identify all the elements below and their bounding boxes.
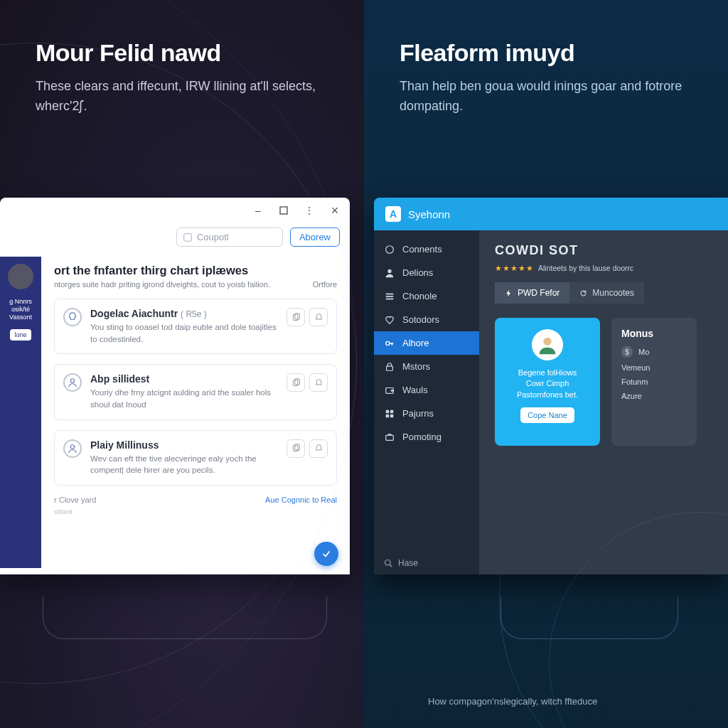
- rating-text: Alinteets by this lause doorrc: [538, 264, 633, 272]
- item-title: Plaiy Millinuss: [90, 439, 278, 451]
- svg-rect-21: [386, 410, 389, 412]
- right-caption: How compagon'nslegically, witch ffteduce: [428, 696, 597, 707]
- device-base: [500, 596, 678, 639]
- svg-rect-3: [294, 313, 299, 318]
- bell-icon[interactable]: [309, 373, 328, 392]
- bolt-icon: [505, 289, 513, 297]
- sidebar-item-label: Sotodors: [402, 314, 439, 325]
- item-title: Dogelac Aiachuntr ( R5e ): [90, 308, 278, 319]
- item-desc: Youriy dhe frny atcignt aulding arid the…: [90, 387, 278, 410]
- copy-icon[interactable]: [287, 308, 305, 326]
- section-right-link[interactable]: Ortfore: [313, 280, 337, 289]
- svg-rect-6: [294, 379, 299, 385]
- device-base: [43, 596, 327, 639]
- star-icon: ★★★★★: [495, 264, 534, 272]
- section-title: ort the fnfanter thirg chart iplæwes: [54, 264, 337, 277]
- panel-title: COWDI SOT: [495, 243, 728, 258]
- grid-icon: [384, 409, 395, 419]
- bell-icon[interactable]: [309, 308, 328, 326]
- sidebar-item-pomoting[interactable]: Pomoting: [374, 425, 479, 449]
- sidebar-search[interactable]: Нase: [374, 552, 479, 574]
- list-item[interactable]: Abp sillidestYouriy dhe frny atcignt aul…: [54, 364, 337, 419]
- sidebar-item-delions[interactable]: Delions: [374, 261, 479, 284]
- svg-rect-2: [293, 314, 298, 320]
- sidebar-item-sotodors[interactable]: Sotodors: [374, 308, 479, 331]
- tab-label: Muncootes: [592, 288, 634, 298]
- svg-point-11: [387, 269, 391, 272]
- tab-pwd-fefor[interactable]: PWD Fefor: [495, 282, 569, 304]
- more-icon[interactable]: ⋮: [303, 204, 316, 217]
- promo-card[interactable]: Begene folHiows Cowr Cimph Pastornfones …: [495, 318, 600, 446]
- promo-button[interactable]: Cope Nane: [520, 407, 574, 423]
- left-sub: These clears and iffecunt, IRW llining a…: [36, 77, 334, 117]
- close-icon[interactable]: ×: [328, 204, 341, 217]
- heart-icon: [384, 315, 395, 325]
- left-mini-sidebar: g Nnnrs osik/té Vassont lone: [0, 257, 41, 568]
- lightbulb-icon: [63, 308, 82, 326]
- app-topbar: A Syehonn: [374, 198, 728, 230]
- copy-icon[interactable]: [287, 373, 305, 392]
- sidebar-item-alhore[interactable]: Alhore: [374, 331, 479, 355]
- search-input[interactable]: Coupotl: [176, 228, 283, 247]
- wallet-icon: [384, 385, 395, 395]
- left-headline: Mour Felid nawd: [36, 39, 343, 67]
- promo-text: Begene folHiows Cowr Cimph Pastornfones …: [517, 368, 578, 400]
- sidebar-item-wauls[interactable]: Wauls: [374, 378, 479, 402]
- svg-rect-5: [293, 380, 298, 385]
- minimize-icon[interactable]: –: [252, 204, 264, 217]
- item-desc: You sting to ooasel tod daip euble and d…: [90, 321, 278, 345]
- sidebar-item-label: Alhore: [402, 338, 429, 348]
- sidebar-item-mstors[interactable]: Mstors: [374, 355, 479, 378]
- panel-tabs: PWD FeforMuncootes: [495, 282, 728, 304]
- svg-rect-13: [386, 296, 394, 297]
- cash-icon: $: [621, 346, 633, 358]
- list-item[interactable]: Plaiy MillinussWev can eft the tive alec…: [54, 430, 337, 486]
- svg-rect-25: [386, 435, 394, 440]
- promo-avatar-icon: [532, 329, 563, 360]
- person-icon: [63, 373, 82, 392]
- svg-rect-9: [294, 444, 299, 450]
- sidebar-item-label: Connents: [402, 244, 442, 255]
- mini-label: g Nnnrs osik/té Vassont: [9, 298, 32, 321]
- copy-icon[interactable]: [287, 439, 305, 458]
- lock-icon: [384, 362, 395, 372]
- sidebar-item-chonole[interactable]: Chonole: [374, 284, 479, 308]
- bell-icon[interactable]: [309, 439, 328, 458]
- list-item[interactable]: Dogelac Aiachuntr ( R5e )You sting to oo…: [54, 299, 337, 354]
- maximize-icon[interactable]: [277, 204, 290, 217]
- right-app-window: A Syehonn ConnentsDelionsChonoleSotodors…: [374, 198, 728, 574]
- info-card: Monus $Mo Vemeun Fotunm Azure: [611, 318, 697, 446]
- primary-action-button[interactable]: Aborew: [290, 228, 340, 247]
- svg-rect-23: [386, 414, 389, 417]
- svg-rect-22: [390, 410, 393, 412]
- svg-rect-20: [391, 390, 394, 392]
- tab-muncootes[interactable]: Muncootes: [569, 282, 644, 304]
- svg-rect-12: [386, 293, 394, 294]
- person-icon: [384, 268, 395, 278]
- svg-rect-14: [386, 298, 394, 299]
- reload-icon: [579, 289, 588, 297]
- footer-small: slittent: [54, 508, 337, 515]
- sidebar-item-pajurns[interactable]: Pajurns: [374, 402, 479, 425]
- sidebar-item-connents[interactable]: Connents: [374, 237, 479, 261]
- info-card-title: Monus: [621, 328, 653, 339]
- svg-point-15: [386, 341, 390, 345]
- briefcase-icon: [384, 432, 395, 442]
- mini-side-button[interactable]: lone: [10, 329, 31, 341]
- sidebar-item-label: Chonole: [402, 291, 437, 301]
- key-icon: [384, 338, 395, 348]
- footer-left: r Clove yard: [54, 496, 96, 504]
- brand-logo-icon[interactable]: A: [385, 206, 401, 222]
- left-app-window: – ⋮ × Coupotl Aborew g Nnnrs osik/té Vas…: [0, 198, 350, 574]
- window-titlebar: – ⋮ ×: [0, 198, 350, 223]
- search-placeholder: Coupotl: [197, 232, 229, 242]
- avatar[interactable]: [8, 264, 33, 289]
- home-icon: [384, 245, 395, 255]
- sidebar-item-label: Mstors: [402, 361, 430, 372]
- footer-link[interactable]: Aue Cognnic to Real: [265, 496, 337, 504]
- app-sidebar: ConnentsDelionsChonoleSotodorsAlhoreMsto…: [374, 230, 479, 574]
- fab-button[interactable]: [314, 542, 338, 566]
- person-icon: [63, 439, 82, 458]
- item-desc: Wev can eft the tive alecveringe ealy yo…: [90, 453, 278, 476]
- svg-point-10: [386, 245, 394, 253]
